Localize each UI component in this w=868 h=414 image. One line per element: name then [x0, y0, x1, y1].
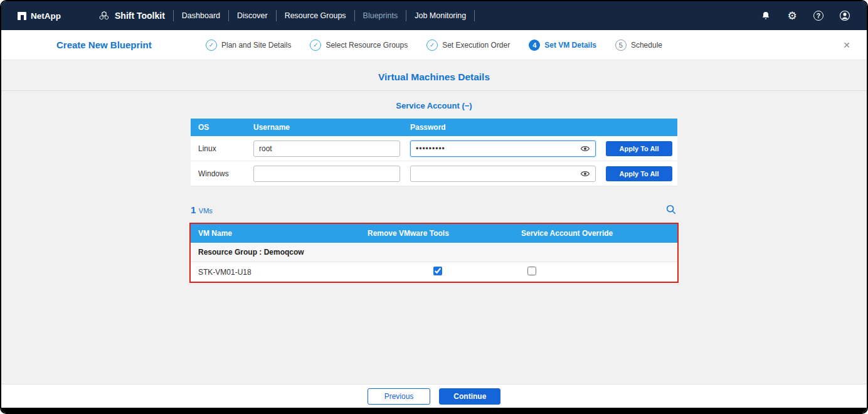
table-row: Windows Apply To All	[191, 161, 677, 186]
check-icon: ✓	[426, 40, 438, 51]
shift-toolkit-home[interactable]: Shift Toolkit	[98, 10, 165, 21]
service-account-table: OS Username Password Linux	[191, 119, 677, 186]
page-title: Virtual Machines Details	[1, 68, 867, 90]
nav-job-monitoring[interactable]: Job Monitoring	[415, 11, 466, 20]
service-account-label: Service Account	[396, 101, 459, 110]
table-row: STK-VM01-U18	[191, 262, 677, 282]
step-schedule[interactable]: 5 Schedule	[615, 40, 662, 51]
show-password-icon[interactable]	[580, 143, 591, 154]
check-icon: ✓	[206, 40, 217, 51]
nav-resource-groups[interactable]: Resource Groups	[285, 11, 346, 20]
service-account-override-checkbox[interactable]	[527, 267, 536, 275]
table-row: Linux Apply To All	[191, 136, 677, 161]
step-set-execution-order[interactable]: ✓ Set Execution Order	[426, 40, 510, 51]
vm-table-highlight: VM Name Remove VMware Tools Service Acco…	[189, 223, 679, 283]
table-header-row: VM Name Remove VMware Tools Service Acco…	[191, 224, 677, 243]
step-number: 5	[615, 40, 627, 51]
step-label: Set Execution Order	[442, 41, 510, 50]
bottom-black-bar	[1, 408, 867, 413]
wizard-header: Create New Blueprint ✓ Plan and Site Det…	[1, 30, 867, 60]
divider	[474, 10, 475, 21]
divider	[406, 10, 406, 21]
gear-glyph: ⚙	[787, 11, 797, 21]
step-label: Schedule	[631, 41, 662, 50]
help-icon[interactable]: ?	[813, 10, 824, 21]
column-header-vm-name: VM Name	[191, 229, 368, 238]
vm-count-number: 1	[191, 204, 196, 215]
wizard-title: Create New Blueprint	[56, 40, 152, 50]
nav-dashboard[interactable]: Dashboard	[182, 11, 220, 20]
linux-password-input[interactable]	[410, 141, 596, 157]
column-header-password: Password	[410, 123, 602, 132]
step-select-resource-groups[interactable]: ✓ Select Resource Groups	[310, 40, 408, 51]
check-icon: ✓	[310, 40, 321, 51]
windows-username-input[interactable]	[253, 166, 400, 182]
apply-to-all-windows-button[interactable]: Apply To All	[606, 166, 672, 181]
bell-icon[interactable]	[760, 10, 771, 21]
nav-discover[interactable]: Discover	[237, 11, 268, 20]
resource-group-row: Resource Group : Demoqcow	[191, 243, 677, 262]
service-account-heading: Service Account (−)	[1, 101, 867, 110]
main-content: Virtual Machines Details Service Account…	[1, 60, 867, 384]
app-title: Shift Toolkit	[115, 11, 165, 21]
close-icon[interactable]: ✕	[843, 40, 850, 50]
wizard-stepper: ✓ Plan and Site Details ✓ Select Resourc…	[206, 40, 662, 51]
shift-toolkit-icon	[98, 10, 110, 21]
search-icon[interactable]	[665, 204, 677, 216]
linux-username-input[interactable]	[253, 141, 400, 157]
vm-name: STK-VM01-U18	[191, 268, 368, 277]
divider	[173, 10, 174, 21]
wizard-footer: Previous Continue	[1, 384, 867, 408]
divider	[1, 90, 867, 91]
os-label: Windows	[191, 169, 253, 178]
show-password-icon[interactable]	[580, 168, 591, 179]
brand-name: NetApp	[31, 11, 61, 21]
divider	[228, 10, 229, 21]
windows-password-input[interactable]	[410, 166, 596, 182]
divider	[354, 10, 355, 21]
step-number: 4	[529, 40, 540, 51]
top-navbar: NetApp Shift Toolkit Dashboard Discover …	[1, 1, 867, 30]
os-label: Linux	[191, 144, 253, 153]
topbar-actions: ⚙ ?	[760, 10, 850, 21]
table-header-row: OS Username Password	[191, 119, 677, 136]
step-label: Select Resource Groups	[326, 41, 408, 50]
column-header-username: Username	[253, 123, 410, 132]
app-window: NetApp Shift Toolkit Dashboard Discover …	[0, 0, 868, 414]
step-plan-and-site-details[interactable]: ✓ Plan and Site Details	[206, 40, 291, 51]
netapp-logo-icon	[18, 12, 26, 20]
step-label: Set VM Details	[544, 41, 596, 50]
gear-icon[interactable]: ⚙	[786, 10, 798, 21]
divider	[276, 10, 277, 21]
column-header-remove-vmware-tools: Remove VMware Tools	[368, 229, 521, 238]
step-set-vm-details[interactable]: 4 Set VM Details	[529, 40, 596, 51]
continue-button[interactable]: Continue	[439, 388, 500, 405]
netapp-brand[interactable]: NetApp	[18, 11, 61, 21]
remove-vmware-tools-checkbox[interactable]	[433, 267, 442, 275]
collapse-toggle-icon[interactable]: (−)	[462, 101, 472, 110]
nav-blueprints[interactable]: Blueprints	[363, 11, 398, 20]
column-header-os: OS	[191, 123, 253, 132]
previous-button[interactable]: Previous	[368, 388, 431, 405]
vm-count-suffix: VMs	[199, 207, 213, 215]
help-glyph: ?	[813, 11, 823, 21]
apply-to-all-linux-button[interactable]: Apply To All	[606, 141, 672, 156]
column-header-service-account-override: Service Account Override	[521, 229, 677, 238]
vm-count: 1 VMs	[191, 204, 213, 216]
step-label: Plan and Site Details	[221, 41, 291, 50]
account-icon[interactable]	[839, 10, 850, 21]
vm-list-toolbar: 1 VMs	[191, 204, 677, 216]
